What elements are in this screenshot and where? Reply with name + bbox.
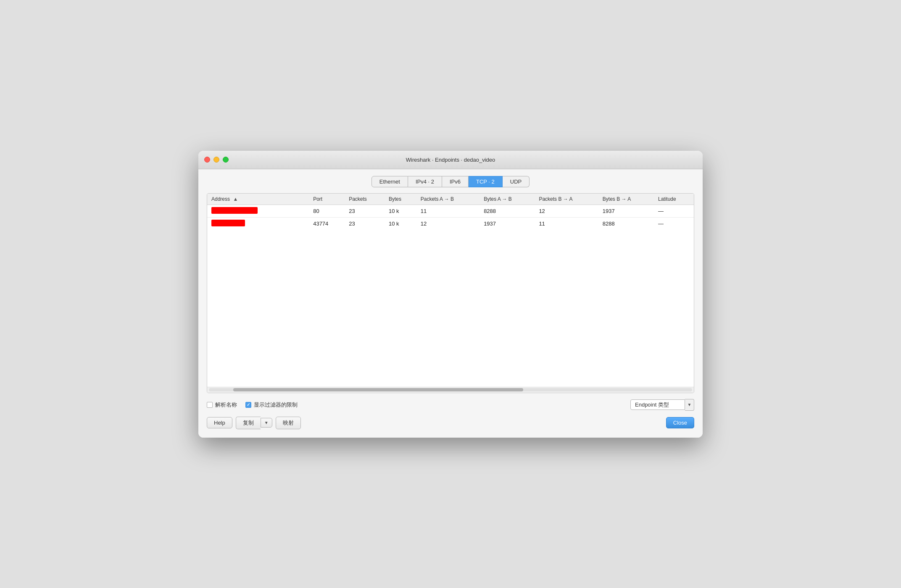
col-address[interactable]: Address ▲	[207, 194, 309, 205]
tab-udp[interactable]: UDP	[503, 176, 530, 187]
cell-packets-0: 23	[345, 205, 385, 217]
redacted-address-0	[211, 207, 258, 214]
cell-pab-1: 12	[416, 217, 479, 230]
col-latitude[interactable]: Latitude	[654, 194, 694, 205]
cell-pba-1: 11	[535, 217, 598, 230]
cell-pab-0: 11	[416, 205, 479, 217]
scrollbar-thumb[interactable]	[233, 388, 523, 391]
col-bytes-a-b[interactable]: Bytes A → B	[479, 194, 535, 205]
help-button[interactable]: Help	[207, 417, 232, 428]
table-row[interactable]: 43774 23 10 k 12 1937 11 8288 —	[207, 217, 694, 230]
cell-address-1	[207, 217, 309, 230]
col-bytes-b-a[interactable]: Bytes B → A	[598, 194, 654, 205]
traffic-lights	[204, 157, 229, 163]
footer-row2: Help 复制 ▼ 映射 Close	[207, 417, 694, 429]
map-button[interactable]: 映射	[276, 417, 301, 429]
col-packets-b-a[interactable]: Packets B → A	[535, 194, 598, 205]
resolve-names-label[interactable]: 解析名称	[207, 401, 237, 409]
show-filter-label[interactable]: 显示过滤器的限制	[245, 401, 298, 409]
cell-pba-0: 12	[535, 205, 598, 217]
footer: 解析名称 显示过滤器的限制 Endpoint 类型 ▼ Help	[207, 393, 694, 429]
copy-dropdown-arrow[interactable]: ▼	[261, 418, 272, 428]
cell-packets-1: 23	[345, 217, 385, 230]
titlebar: Wireshark · Endpoints · dedao_video	[198, 151, 703, 169]
horizontal-scrollbar[interactable]	[207, 387, 694, 393]
cell-bab-1: 1937	[479, 217, 535, 230]
cell-bytes-1: 10 k	[385, 217, 416, 230]
cell-bab-0: 8288	[479, 205, 535, 217]
endpoints-table: Address ▲ Port Packets Bytes Packets A →…	[207, 194, 694, 230]
redacted-address-1	[211, 220, 245, 226]
tab-ipv4[interactable]: IPv4 · 2	[408, 176, 442, 187]
show-filter-text: 显示过滤器的限制	[254, 401, 298, 409]
tab-tcp[interactable]: TCP · 2	[469, 176, 503, 187]
col-port[interactable]: Port	[309, 194, 345, 205]
cell-lat-1: —	[654, 217, 694, 230]
cell-port-0: 80	[309, 205, 345, 217]
col-packets[interactable]: Packets	[345, 194, 385, 205]
copy-button[interactable]: 复制	[236, 417, 261, 429]
tab-ethernet[interactable]: Ethernet	[371, 176, 408, 187]
cell-address-0	[207, 205, 309, 217]
sort-arrow-icon: ▲	[233, 196, 238, 202]
cell-lat-0: —	[654, 205, 694, 217]
endpoint-type-container: Endpoint 类型 ▼	[630, 399, 694, 411]
scrollbar-track	[209, 388, 692, 391]
cell-bba-1: 8288	[598, 217, 654, 230]
cell-bba-0: 1937	[598, 205, 654, 217]
tab-ipv6[interactable]: IPv6	[442, 176, 469, 187]
endpoint-type-select[interactable]: Endpoint 类型	[630, 399, 685, 410]
cell-bytes-0: 10 k	[385, 205, 416, 217]
close-button[interactable]: Close	[666, 417, 694, 428]
tabs-bar: Ethernet IPv4 · 2 IPv6 TCP · 2 UDP	[207, 176, 694, 187]
footer-row1: 解析名称 显示过滤器的限制 Endpoint 类型 ▼	[207, 399, 694, 411]
main-window: Wireshark · Endpoints · dedao_video Ethe…	[198, 151, 703, 438]
table-scroll[interactable]: Address ▲ Port Packets Bytes Packets A →…	[207, 194, 694, 387]
table-row[interactable]: 80 23 10 k 11 8288 12 1937 —	[207, 205, 694, 217]
resolve-names-text: 解析名称	[215, 401, 237, 409]
window-body: Ethernet IPv4 · 2 IPv6 TCP · 2 UDP Addre…	[198, 169, 703, 438]
table-header-row: Address ▲ Port Packets Bytes Packets A →…	[207, 194, 694, 205]
col-bytes[interactable]: Bytes	[385, 194, 416, 205]
col-packets-a-b[interactable]: Packets A → B	[416, 194, 479, 205]
col-address-label: Address	[211, 196, 230, 202]
cell-port-1: 43774	[309, 217, 345, 230]
minimize-traffic-light[interactable]	[213, 157, 219, 163]
close-traffic-light[interactable]	[204, 157, 210, 163]
endpoint-type-arrow[interactable]: ▼	[685, 399, 694, 411]
window-title: Wireshark · Endpoints · dedao_video	[406, 157, 495, 163]
copy-split-button: 复制 ▼	[236, 417, 272, 429]
show-filter-checkbox[interactable]	[245, 402, 251, 408]
endpoints-table-container: Address ▲ Port Packets Bytes Packets A →…	[207, 193, 694, 393]
table-content-area: Address ▲ Port Packets Bytes Packets A →…	[207, 194, 694, 387]
maximize-traffic-light[interactable]	[223, 157, 229, 163]
resolve-names-checkbox[interactable]	[207, 402, 213, 408]
